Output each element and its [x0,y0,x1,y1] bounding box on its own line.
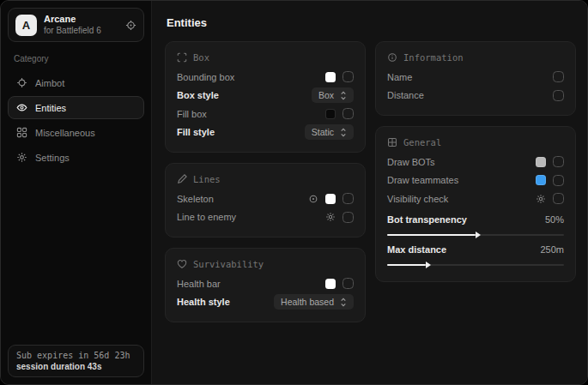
panel-general-header: General [387,137,564,147]
distance-checkbox[interactable] [553,90,564,101]
color-swatch[interactable] [325,279,336,289]
setting-label: Fill box [177,109,325,119]
panel-survivability-header: Survivability [177,259,354,269]
grid-icon [16,127,27,138]
chevrons-updown-icon [340,128,347,137]
setting-label: Distance [387,90,553,100]
panel-general: General Draw BOTs Draw teammates [375,126,576,282]
left-column: Box Bounding box Box style Box [165,41,366,322]
subscription-info-card: Sub expires in 56d 23h session duration … [8,345,144,377]
line-to-enemy-checkbox[interactable] [342,212,354,223]
panel-information-header: Information [387,52,564,63]
sidebar-item-miscellaneous[interactable]: Miscellaneous [8,121,144,144]
gear-icon [16,152,27,163]
setting-row-fill-box: Fill box [177,105,354,123]
setting-label: Box style [177,90,312,100]
sidebar-item-aimbot[interactable]: Aimbot [8,71,144,94]
config-circle-icon[interactable] [308,194,318,204]
brand-text: Arcane for Battlefield 6 [44,14,101,36]
panel-box-header: Box [177,52,354,63]
setting-row-distance: Distance [387,87,564,105]
health-style-select[interactable]: Health based [274,294,354,310]
chevrons-updown-icon [340,298,347,307]
setting-label: Skeleton [177,194,308,204]
sidebar-item-settings[interactable]: Settings [8,146,144,169]
panel-title: Lines [193,174,221,184]
app-window: A Arcane for Battlefield 6 Category Aimb… [0,0,588,385]
setting-row-line-to-enemy: Line to enemy [177,208,354,227]
setting-row-health-bar: Health bar [177,274,354,293]
panel-information: Information Name Distance [375,41,576,116]
panel-lines: Lines Skeleton [165,163,366,238]
pencil-icon [177,174,187,184]
setting-label: Name [387,72,553,82]
app-name: Arcane [44,14,101,26]
sidebar-item-label: Entities [35,103,66,113]
color-swatch[interactable] [325,194,336,204]
app-logo: A [15,15,37,36]
name-checkbox[interactable] [553,71,564,82]
setting-label: Line to enemy [177,212,325,222]
setting-row-health-style: Health style Health based [177,293,354,312]
panel-title: Information [403,52,464,63]
fill-style-select[interactable]: Static [305,124,354,140]
color-swatch[interactable] [325,109,336,119]
setting-row-skeleton: Skeleton [177,189,354,208]
setting-label: Max distance [387,244,540,255]
panel-lines-header: Lines [177,174,354,184]
crosshair-icon [16,77,27,88]
bounding-box-checkbox[interactable] [342,71,354,82]
draw-bots-checkbox[interactable] [553,156,564,167]
setting-row-bounding-box: Bounding box [177,68,354,87]
setting-row-bot-transparency: Bot transpenency 50% [387,211,564,228]
setting-label: Bot transpenency [387,214,545,225]
color-swatch[interactable] [536,157,546,167]
setting-label: Visibility check [387,194,536,204]
slider-value: 50% [545,214,564,225]
grid-plus-icon [387,137,397,147]
setting-row-name: Name [387,68,564,87]
sidebar-item-label: Miscellaneous [35,128,95,138]
setting-row-visibility-check: Visibility check [387,189,564,208]
setting-label: Fill style [177,127,305,137]
select-value: Health based [281,297,334,307]
health-bar-checkbox[interactable] [342,278,354,289]
setting-label: Health style [177,297,274,307]
sidebar-item-entities[interactable]: Entities [8,96,144,119]
slider-value: 250m [540,244,564,255]
brand-card: A Arcane for Battlefield 6 [8,8,144,42]
panel-title: General [403,137,441,147]
right-column: Information Name Distance [375,41,576,282]
info-icon [387,52,397,63]
setting-label: Health bar [177,279,325,289]
color-swatch[interactable] [325,72,336,82]
visibility-check-checkbox[interactable] [553,193,564,204]
setting-row-draw-teammates: Draw teammates [387,171,564,190]
gear-icon[interactable] [536,194,546,204]
page-title: Entities [167,16,576,29]
target-icon[interactable] [125,20,136,31]
sidebar-item-label: Settings [35,153,70,163]
draw-teammates-checkbox[interactable] [553,175,564,186]
setting-row-max-distance: Max distance 250m [387,241,564,258]
setting-row-draw-bots: Draw BOTs [387,153,564,171]
fill-box-checkbox[interactable] [342,108,354,119]
setting-row-box-style: Box style Box [177,87,354,105]
select-value: Static [312,127,334,137]
panel-columns: Box Bounding box Box style Box [165,41,576,322]
chevrons-updown-icon [340,91,347,100]
gear-icon[interactable] [325,212,336,222]
setting-label: Bounding box [177,72,325,82]
bot-transparency-slider[interactable] [387,234,564,236]
slider-fill[interactable] [387,234,476,236]
box-style-select[interactable]: Box [312,87,354,103]
slider-fill[interactable] [387,264,426,266]
color-swatch[interactable] [536,175,546,185]
setting-row-fill-style: Fill style Static [177,123,354,142]
eye-icon [16,102,27,113]
setting-label: Draw BOTs [387,157,536,167]
max-distance-slider[interactable] [387,264,564,266]
skeleton-checkbox[interactable] [342,193,354,204]
sidebar-item-label: Aimbot [35,78,64,88]
main-content: Entities Box Bounding box [152,1,587,384]
